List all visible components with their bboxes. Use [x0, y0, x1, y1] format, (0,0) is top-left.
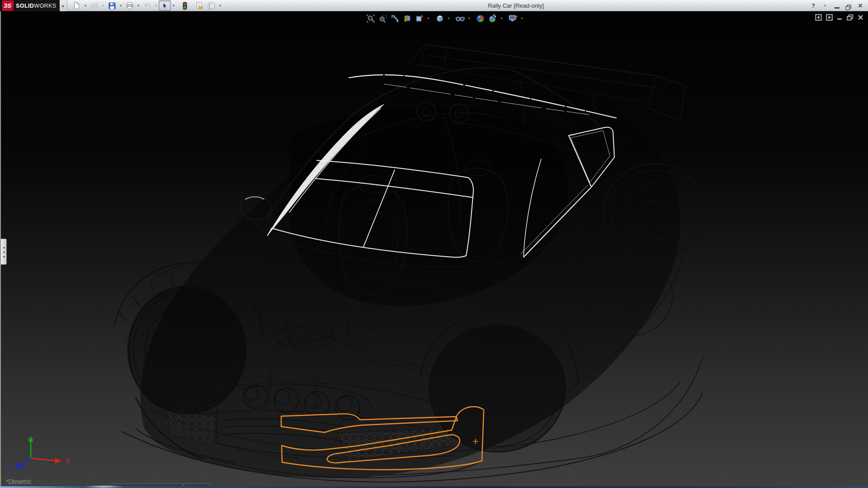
collapse-left-button[interactable] [815, 14, 822, 21]
restore-button[interactable] [844, 1, 853, 10]
axis-x-label: X [65, 457, 70, 465]
open-dropdown[interactable]: ▾ [100, 1, 106, 10]
view-settings-button[interactable] [507, 12, 519, 24]
collapse-arrow-icon: ◂ [3, 246, 5, 249]
doc-close-icon [858, 14, 863, 20]
solidworks-logo-mark-icon: ЗS [2, 0, 14, 11]
hide-show-items-dropdown[interactable]: ▾ [466, 16, 472, 20]
zoom-to-area-button[interactable] [377, 12, 389, 24]
options-icon [208, 2, 215, 9]
new-document-icon [73, 2, 80, 9]
window-controls: ? ▾ × [809, 0, 864, 11]
open-button[interactable] [88, 0, 100, 11]
new-document-button[interactable] [71, 0, 83, 11]
dynamic-annotation-views-button[interactable] [413, 12, 425, 24]
collapse-arrow-icon: ◂ [3, 250, 5, 253]
view-settings-dropdown[interactable]: ▾ [519, 16, 525, 20]
edit-appearance-button[interactable] [474, 12, 486, 24]
feature-manager-collapsed-tab[interactable]: ◂ ◂ ◂ [1, 239, 7, 265]
zoom-to-fit-icon [366, 14, 375, 23]
rebuild-button[interactable] [179, 0, 191, 11]
axis-z-label: Z [8, 465, 13, 472]
select-cursor-icon [162, 2, 168, 9]
file-properties-button[interactable] [193, 0, 205, 11]
axis-x-arrowhead [55, 458, 61, 464]
doc-minimize-button[interactable] [837, 14, 843, 20]
previous-view-icon [391, 14, 400, 23]
undo-button[interactable] [141, 0, 153, 11]
undo-icon [143, 2, 151, 9]
document-window-controls [815, 14, 863, 21]
doc-close-button[interactable] [858, 14, 863, 20]
open-icon [90, 2, 99, 9]
axis-z [20, 458, 31, 467]
save-button[interactable] [106, 0, 118, 11]
new-document-dropdown[interactable]: ▾ [83, 1, 88, 10]
taskbar-sliver [0, 483, 868, 488]
help-button[interactable]: ? [809, 1, 817, 10]
view-orientation-dropdown[interactable]: ▾ [446, 16, 452, 20]
main-toolbar: ▾ ▾ ▾ ▾ [71, 0, 223, 11]
solidworks-logo-text-bold: SOLID [16, 3, 34, 9]
zoom-to-fit-button[interactable] [364, 12, 377, 24]
collapse-right-button[interactable] [826, 14, 833, 21]
axis-x [31, 458, 56, 461]
file-properties-icon [195, 2, 203, 9]
view-settings-icon [508, 14, 518, 23]
save-icon [108, 2, 116, 9]
hide-show-items-icon [455, 14, 465, 23]
dynamic-annotation-views-dropdown[interactable]: ▾ [425, 16, 431, 20]
zoom-to-area-icon [378, 14, 387, 23]
taskbar-glow [84, 485, 124, 488]
taskbar-edge [0, 486, 868, 488]
select-button[interactable] [159, 0, 171, 11]
section-view-icon [403, 14, 412, 23]
undo-dropdown[interactable]: ▾ [153, 1, 159, 10]
apply-scene-dropdown[interactable]: ▾ [499, 16, 505, 20]
document-title: Rally Car [Read-only] [488, 0, 544, 11]
collapse-right-icon [826, 14, 833, 21]
options-dropdown[interactable]: ▾ [217, 1, 223, 10]
graphics-area[interactable] [0, 0, 868, 488]
doc-minimize-icon [837, 14, 843, 20]
close-button[interactable]: × [856, 1, 864, 10]
edit-appearance-icon [476, 14, 485, 23]
solidworks-logo[interactable]: ЗS SOLID WORKS [0, 0, 60, 11]
select-dropdown[interactable]: ▾ [171, 1, 176, 10]
apply-scene-button[interactable] [486, 12, 499, 24]
restore-icon [845, 5, 852, 10]
hide-show-items-button[interactable] [454, 12, 466, 24]
headsup-view-toolbar: ▾ ▾ ▾ [364, 12, 525, 24]
collapse-left-icon [815, 14, 822, 21]
section-view-button[interactable] [401, 12, 413, 24]
save-dropdown[interactable]: ▾ [118, 1, 123, 10]
minimize-button[interactable] [833, 1, 841, 10]
view-orientation-button[interactable] [434, 12, 446, 24]
collapse-arrow-icon: ◂ [3, 255, 5, 258]
print-dropdown[interactable]: ▾ [136, 1, 141, 10]
title-bar: ЗS SOLID WORKS ▸ ▾ ▾ [0, 0, 868, 11]
print-button[interactable] [123, 0, 136, 11]
previous-view-button[interactable] [389, 12, 401, 24]
rebuild-traffic-light-icon [183, 2, 187, 10]
solidworks-logo-text-light: WORKS [34, 3, 56, 9]
print-icon [126, 2, 134, 9]
apply-scene-icon [488, 14, 497, 23]
menu-flyout-arrow[interactable]: ▸ [60, 0, 67, 11]
help-dropdown[interactable]: ▾ [821, 1, 829, 10]
options-button[interactable] [205, 0, 217, 11]
dynamic-annotation-views-icon [415, 14, 424, 23]
view-orientation-icon [435, 14, 444, 23]
doc-restore-icon [847, 14, 854, 21]
minimize-icon [835, 7, 840, 9]
doc-restore-button[interactable] [847, 14, 854, 21]
